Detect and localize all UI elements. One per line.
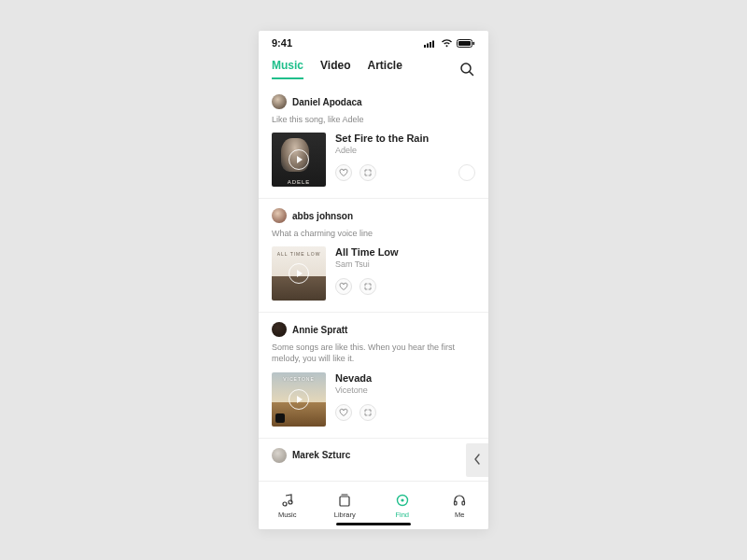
album-cover[interactable]: ALL TIME LOW: [272, 246, 326, 301]
battery-icon: [457, 39, 475, 48]
cover-label: ADELE: [272, 179, 326, 185]
post-header: Daniel Apodaca: [272, 94, 475, 109]
svg-rect-5: [458, 41, 471, 46]
post-media: ADELE Set Fire to the Rain Adele: [272, 133, 475, 187]
nav-label: Find: [395, 511, 409, 519]
cover-label: VICETONE: [272, 376, 326, 382]
post-username[interactable]: abbs johnson: [292, 211, 353, 221]
tab-music[interactable]: Music: [272, 59, 303, 79]
feed[interactable]: Daniel Apodaca Like this song, like Adel…: [259, 85, 488, 481]
nav-me[interactable]: Me: [431, 482, 489, 529]
svg-rect-1: [427, 43, 429, 48]
find-icon: [394, 492, 411, 509]
status-indicators: [424, 39, 475, 48]
nav-label: Library: [334, 511, 356, 519]
post-actions: [335, 164, 475, 181]
post-header: Annie Spratt: [272, 322, 475, 337]
wifi-icon: [441, 39, 453, 48]
play-button[interactable]: [289, 149, 309, 170]
svg-rect-6: [473, 41, 475, 44]
expand-button[interactable]: [359, 404, 376, 421]
post-actions: [335, 278, 475, 295]
cover-label: ALL TIME LOW: [272, 251, 326, 257]
signal-icon: [424, 39, 437, 48]
tab-video[interactable]: Video: [320, 59, 350, 79]
headphones-icon: [451, 492, 468, 509]
music-note-icon: [279, 492, 296, 509]
post: Marek Szturc: [259, 439, 488, 463]
phone-frame: 9:41 Music Video Article Daniel Apoda: [259, 31, 488, 529]
expand-button[interactable]: [359, 278, 376, 295]
search-icon[interactable]: [458, 61, 475, 77]
post-username[interactable]: Marek Szturc: [292, 450, 350, 460]
post-media: VICETONE Nevada Vicetone: [272, 372, 475, 427]
chevron-left-icon: [473, 453, 481, 468]
track-title[interactable]: Nevada: [335, 372, 475, 384]
tab-article[interactable]: Article: [367, 59, 402, 79]
album-cover[interactable]: ADELE: [272, 133, 326, 187]
svg-rect-3: [432, 40, 434, 48]
svg-rect-15: [462, 501, 465, 505]
svg-point-13: [401, 498, 403, 501]
post-header: abbs johnson: [272, 208, 475, 223]
post: Annie Spratt Some songs are like this. W…: [259, 313, 488, 438]
svg-rect-11: [340, 497, 349, 506]
library-icon: [336, 492, 353, 509]
post: abbs johnson What a charming voice line …: [259, 199, 488, 313]
side-drawer-handle[interactable]: [466, 443, 488, 477]
content-tabs: Music Video Article: [259, 55, 488, 85]
track-title[interactable]: All Time Low: [335, 246, 475, 258]
post-username[interactable]: Daniel Apodaca: [292, 97, 362, 107]
track-artist: Vicetone: [335, 385, 475, 395]
track-info: Set Fire to the Rain Adele: [335, 133, 475, 187]
post-actions: [335, 404, 475, 421]
avatar[interactable]: [272, 322, 287, 337]
nav-label: Me: [455, 511, 464, 519]
album-cover[interactable]: VICETONE: [272, 372, 326, 427]
post-header: Marek Szturc: [272, 448, 475, 463]
svg-rect-2: [430, 42, 431, 48]
track-title[interactable]: Set Fire to the Rain: [335, 133, 475, 144]
svg-line-8: [470, 72, 473, 76]
like-button[interactable]: [335, 278, 352, 295]
avatar[interactable]: [272, 94, 287, 109]
post-caption: What a charming voice line: [272, 228, 475, 239]
track-info: All Time Low Sam Tsui: [335, 246, 475, 301]
avatar[interactable]: [272, 208, 287, 223]
play-button[interactable]: [289, 389, 309, 410]
post-username[interactable]: Annie Spratt: [292, 325, 347, 335]
post: Daniel Apodaca Like this song, like Adel…: [259, 85, 488, 199]
status-bar: 9:41: [259, 31, 488, 55]
post-media: ALL TIME LOW All Time Low Sam Tsui: [272, 246, 475, 301]
nav-label: Music: [278, 511, 297, 519]
status-bubble: [458, 164, 475, 181]
play-button[interactable]: [289, 263, 309, 284]
expand-button[interactable]: [359, 164, 376, 181]
avatar[interactable]: [272, 448, 287, 463]
svg-rect-14: [455, 501, 458, 505]
like-button[interactable]: [335, 404, 352, 421]
home-indicator[interactable]: [336, 523, 411, 525]
svg-rect-0: [424, 45, 426, 48]
status-time: 9:41: [272, 37, 292, 49]
like-button[interactable]: [335, 164, 352, 181]
track-artist: Sam Tsui: [335, 259, 475, 269]
post-caption: Like this song, like Adele: [272, 114, 475, 125]
post-caption: Some songs are like this. When you hear …: [272, 342, 475, 364]
track-info: Nevada Vicetone: [335, 372, 475, 427]
svg-point-9: [283, 502, 287, 506]
nav-music[interactable]: Music: [259, 482, 317, 529]
track-artist: Adele: [335, 146, 475, 155]
